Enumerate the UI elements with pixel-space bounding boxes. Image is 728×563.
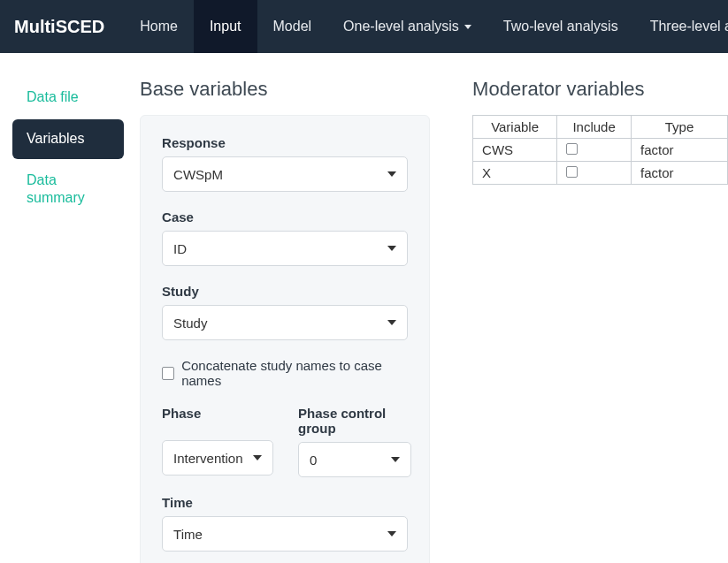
table-row: CWS factor <box>473 139 728 162</box>
moderator-header-row: Variable Include Type <box>473 116 728 139</box>
nav-one-level[interactable]: One-level analysis <box>327 0 487 53</box>
nav-model[interactable]: Model <box>257 0 328 53</box>
top-navbar: MultiSCED Home Input Model One-level ana… <box>0 0 728 53</box>
nav-home[interactable]: Home <box>124 0 194 53</box>
phase-label: Phase <box>162 406 273 421</box>
base-variables-section: Base variables Response CWSpM Case ID <box>140 78 430 563</box>
time-group: Time Time <box>162 495 408 552</box>
moderator-var-cell: X <box>473 162 557 185</box>
phase-value: Intervention <box>173 451 242 466</box>
chevron-down-icon <box>387 246 396 251</box>
moderator-table: Variable Include Type CWS factor X <box>472 115 728 185</box>
phase-control-value: 0 <box>310 453 317 468</box>
time-label: Time <box>162 495 408 510</box>
nav-model-label: Model <box>273 19 312 34</box>
phase-select[interactable]: Intervention <box>162 440 273 476</box>
study-label: Study <box>162 284 408 299</box>
nav-input-label: Input <box>210 19 241 34</box>
phase-col: Phase Intervention <box>162 406 273 477</box>
base-variables-title: Base variables <box>140 78 430 101</box>
chevron-down-icon <box>387 531 396 536</box>
phase-row: Phase Intervention Phase control group 0 <box>162 406 408 477</box>
moderator-header-variable: Variable <box>473 116 557 139</box>
sidebar-item-data-summary[interactable]: Data summary <box>12 161 124 219</box>
moderator-title: Moderator variables <box>472 78 728 101</box>
nav-home-label: Home <box>140 19 178 34</box>
phase-control-select[interactable]: 0 <box>298 442 411 477</box>
nav-two-level-label: Two-level analysis <box>503 19 618 34</box>
study-group: Study Study <box>162 284 408 340</box>
moderator-include-cell <box>557 162 632 185</box>
sidebar-item-data-file[interactable]: Data file <box>12 78 124 118</box>
time-select[interactable]: Time <box>162 516 408 552</box>
response-label: Response <box>162 135 408 150</box>
moderator-include-cell <box>557 139 632 162</box>
nav-one-level-label: One-level analysis <box>343 19 459 34</box>
case-group: Case ID <box>162 209 408 266</box>
phase-control-label: Phase control group <box>298 406 411 436</box>
input-sidebar: Data file Variables Data summary <box>12 78 124 563</box>
study-value: Study <box>173 316 207 331</box>
sidebar-item-variables[interactable]: Variables <box>12 119 124 159</box>
response-value: CWSpM <box>173 167 223 182</box>
chevron-down-icon <box>387 320 396 325</box>
case-label: Case <box>162 209 408 224</box>
case-value: ID <box>173 241 187 256</box>
chevron-down-icon <box>464 25 471 29</box>
main-content: Base variables Response CWSpM Case ID <box>124 78 728 563</box>
time-value: Time <box>173 527 203 542</box>
concat-names-row: Concatenate study names to case names <box>162 358 408 388</box>
chevron-down-icon <box>387 171 396 177</box>
app-brand: MultiSCED <box>0 0 124 53</box>
response-group: Response CWSpM <box>162 135 408 192</box>
moderator-var-cell: CWS <box>473 139 557 162</box>
moderator-header-include: Include <box>557 116 632 139</box>
moderator-section: Moderator variables Variable Include Typ… <box>472 78 728 563</box>
study-select[interactable]: Study <box>162 305 408 340</box>
moderator-include-checkbox[interactable] <box>566 143 578 155</box>
moderator-type-cell: factor <box>632 162 728 185</box>
concat-names-checkbox[interactable] <box>162 367 174 380</box>
nav-three-level-label: Three-level analysis <box>650 19 728 34</box>
case-select[interactable]: ID <box>162 231 408 266</box>
moderator-type-cell: factor <box>632 139 728 162</box>
page-body: Data file Variables Data summary Base va… <box>0 53 728 563</box>
table-row: X factor <box>473 162 728 185</box>
moderator-include-checkbox[interactable] <box>566 166 578 178</box>
nav-two-level[interactable]: Two-level analysis <box>487 0 634 53</box>
chevron-down-icon <box>253 455 262 460</box>
chevron-down-icon <box>391 457 400 462</box>
response-select[interactable]: CWSpM <box>162 156 408 192</box>
moderator-header-type: Type <box>632 116 728 139</box>
base-variables-panel: Response CWSpM Case ID Study <box>140 115 430 563</box>
phase-control-col: Phase control group 0 <box>298 406 411 477</box>
nav-three-level[interactable]: Three-level analysis <box>634 0 728 53</box>
concat-names-label: Concatenate study names to case names <box>181 358 408 388</box>
nav-input[interactable]: Input <box>194 0 257 53</box>
